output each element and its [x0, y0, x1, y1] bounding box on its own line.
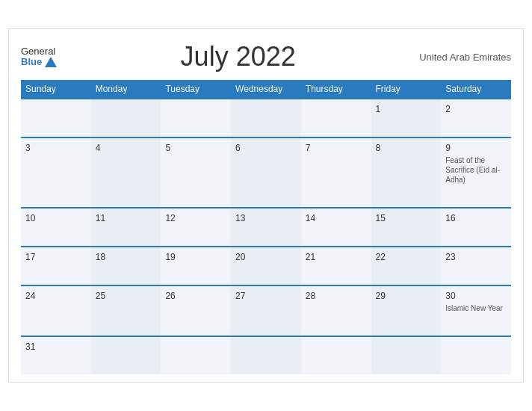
weekday-header: Friday — [371, 80, 442, 99]
calendar-day-cell: 23 — [441, 247, 511, 285]
weekday-header: Monday — [91, 80, 161, 99]
logo-blue-text: Blue — [21, 57, 57, 67]
day-number: 11 — [96, 213, 157, 223]
day-number: 7 — [306, 143, 367, 153]
calendar-day-cell: 15 — [371, 208, 442, 247]
day-number: 30 — [445, 291, 507, 301]
calendar-day-cell: 25 — [91, 285, 161, 336]
logo-triangle-icon — [45, 57, 57, 67]
logo: General Blue — [21, 46, 57, 68]
day-number: 31 — [25, 342, 87, 352]
day-number: 21 — [306, 252, 367, 262]
calendar-wrapper: General Blue July 2022 United Arab Emira… — [8, 28, 524, 383]
weekday-header: Tuesday — [161, 80, 231, 99]
calendar-day-cell: 4 — [91, 137, 161, 208]
calendar-day-cell: 29 — [371, 285, 442, 336]
calendar-day-cell: 11 — [91, 208, 161, 247]
calendar-day-cell: 31 — [21, 336, 91, 374]
calendar-day-cell — [161, 99, 231, 137]
calendar-day-cell: 27 — [231, 285, 301, 336]
calendar-week-row: 3456789Feast of the Sacrifice (Eid al-Ad… — [21, 137, 511, 208]
calendar-day-cell: 14 — [301, 208, 371, 247]
day-number: 24 — [25, 291, 87, 301]
day-number: 4 — [96, 143, 157, 153]
day-number: 10 — [25, 213, 87, 223]
calendar-day-cell — [91, 99, 161, 137]
calendar-day-cell — [91, 336, 161, 374]
calendar-week-row: 10111213141516 — [21, 208, 511, 247]
calendar-week-row: 24252627282930Islamic New Year — [21, 285, 511, 336]
day-number: 17 — [25, 252, 87, 262]
calendar-day-cell: 20 — [231, 247, 301, 285]
day-number: 26 — [165, 291, 226, 301]
calendar-day-cell: 5 — [161, 137, 231, 208]
calendar-day-cell: 1 — [371, 99, 442, 137]
calendar-table: SundayMondayTuesdayWednesdayThursdayFrid… — [21, 80, 511, 374]
day-event: Feast of the Sacrifice (Eid al-Adha) — [445, 155, 507, 185]
day-number: 1 — [376, 104, 437, 114]
calendar-week-row: 17181920212223 — [21, 247, 511, 285]
day-number: 2 — [445, 104, 507, 114]
day-number: 27 — [235, 291, 297, 301]
day-number: 13 — [235, 213, 297, 223]
day-number: 9 — [445, 143, 507, 153]
calendar-week-row: 12 — [21, 99, 511, 137]
weekday-header: Sunday — [21, 80, 91, 99]
calendar-day-cell — [231, 99, 301, 137]
weekday-header-row: SundayMondayTuesdayWednesdayThursdayFrid… — [21, 80, 511, 99]
day-number: 20 — [235, 252, 297, 262]
weekday-header: Wednesday — [231, 80, 301, 99]
weekday-header: Saturday — [441, 80, 511, 99]
calendar-day-cell: 12 — [161, 208, 231, 247]
day-number: 16 — [445, 213, 507, 223]
calendar-day-cell — [371, 336, 442, 374]
calendar-day-cell: 13 — [231, 208, 301, 247]
day-number: 12 — [165, 213, 226, 223]
day-number: 28 — [306, 291, 367, 301]
calendar-day-cell: 8 — [371, 137, 442, 208]
calendar-day-cell — [301, 99, 371, 137]
calendar-day-cell: 7 — [301, 137, 371, 208]
calendar-day-cell: 16 — [441, 208, 511, 247]
calendar-title: July 2022 — [57, 41, 419, 72]
calendar-day-cell: 19 — [161, 247, 231, 285]
calendar-header: General Blue July 2022 United Arab Emira… — [21, 41, 511, 72]
day-number: 3 — [25, 143, 87, 153]
day-number: 23 — [445, 252, 507, 262]
calendar-day-cell: 30Islamic New Year — [441, 285, 511, 336]
day-number: 5 — [165, 143, 226, 153]
calendar-day-cell: 28 — [301, 285, 371, 336]
calendar-day-cell: 17 — [21, 247, 91, 285]
day-number: 19 — [165, 252, 226, 262]
day-number: 18 — [96, 252, 157, 262]
calendar-day-cell — [231, 336, 301, 374]
calendar-day-cell: 2 — [441, 99, 511, 137]
calendar-day-cell: 10 — [21, 208, 91, 247]
day-number: 14 — [306, 213, 367, 223]
calendar-day-cell — [441, 336, 511, 374]
calendar-day-cell: 21 — [301, 247, 371, 285]
calendar-day-cell: 6 — [231, 137, 301, 208]
day-number: 15 — [376, 213, 437, 223]
calendar-day-cell — [21, 99, 91, 137]
calendar-day-cell — [161, 336, 231, 374]
calendar-day-cell: 18 — [91, 247, 161, 285]
calendar-day-cell: 3 — [21, 137, 91, 208]
weekday-header: Thursday — [301, 80, 371, 99]
calendar-week-row: 31 — [21, 336, 511, 374]
calendar-day-cell: 9Feast of the Sacrifice (Eid al-Adha) — [441, 137, 511, 208]
day-number: 29 — [376, 291, 437, 301]
day-number: 25 — [96, 291, 157, 301]
day-number: 22 — [376, 252, 437, 262]
calendar-day-cell: 22 — [371, 247, 442, 285]
country-label: United Arab Emirates — [419, 52, 511, 63]
calendar-day-cell — [301, 336, 371, 374]
logo-general-text: General — [21, 46, 57, 57]
day-number: 6 — [235, 143, 297, 153]
day-event: Islamic New Year — [445, 303, 507, 313]
calendar-day-cell: 26 — [161, 285, 231, 336]
calendar-day-cell: 24 — [21, 285, 91, 336]
day-number: 8 — [376, 143, 437, 153]
